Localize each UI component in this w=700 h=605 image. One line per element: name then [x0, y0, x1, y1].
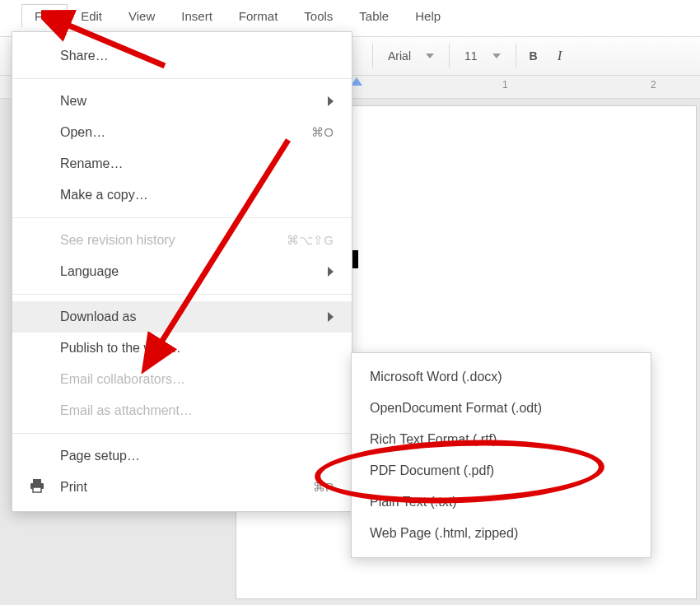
- menu-shortcut: ⌘P: [313, 480, 334, 495]
- download-odt[interactable]: OpenDocument Format (.odt): [352, 393, 651, 424]
- menu-item-label: New: [60, 94, 86, 109]
- chevron-right-icon: [328, 267, 334, 277]
- menu-format[interactable]: Format: [226, 4, 292, 28]
- print-icon: [29, 478, 45, 496]
- menu-item-label: Publish to the web…: [60, 341, 181, 356]
- menu-tools[interactable]: Tools: [291, 4, 346, 28]
- menu-item-label: Rename…: [60, 156, 123, 171]
- menu-item-make-copy[interactable]: Make a copy…: [12, 179, 352, 211]
- menu-item-label: See revision history: [60, 233, 175, 248]
- toolbar-separator: [516, 44, 516, 68]
- ruler-mark: 2: [651, 79, 656, 91]
- menu-bar: File Edit View Insert Format Tools Table…: [0, 0, 700, 31]
- toolbar-separator: [449, 44, 450, 68]
- menu-item-email-attachment: Email as attachment…: [12, 395, 352, 426]
- menu-view[interactable]: View: [115, 4, 168, 28]
- menu-item-print[interactable]: Print ⌘P: [12, 472, 352, 503]
- download-as-submenu: Microsoft Word (.docx) OpenDocument Form…: [351, 352, 651, 558]
- menu-shortcut: ⌘⌥⇧G: [287, 233, 334, 248]
- chevron-right-icon: [328, 96, 334, 106]
- menu-item-label: Language: [60, 264, 119, 279]
- menu-separator: [12, 78, 352, 79]
- bold-button[interactable]: B: [520, 37, 548, 75]
- font-name-label: Arial: [388, 49, 411, 63]
- svg-rect-1: [33, 479, 41, 483]
- text-cursor: [352, 250, 358, 268]
- toolbar-separator: [372, 44, 373, 68]
- download-pdf[interactable]: PDF Document (.pdf): [352, 455, 651, 486]
- italic-button[interactable]: I: [548, 37, 572, 75]
- menu-item-publish-web[interactable]: Publish to the web…: [12, 333, 352, 364]
- ruler-mark: 1: [502, 79, 508, 91]
- menu-help[interactable]: Help: [402, 4, 454, 28]
- chevron-down-icon: [492, 54, 501, 58]
- menu-separator: [12, 433, 352, 434]
- menu-item-label: Share…: [60, 49, 109, 63]
- download-html[interactable]: Web Page (.html, zipped): [352, 518, 651, 549]
- menu-item-download-as[interactable]: Download as: [12, 301, 352, 333]
- menu-edit[interactable]: Edit: [68, 4, 115, 28]
- menu-item-label: Download as: [60, 309, 137, 324]
- menu-item-label: Make a copy…: [60, 188, 148, 202]
- menu-item-revision-history: See revision history ⌘⌥⇧G: [12, 225, 352, 256]
- menu-item-open[interactable]: Open… ⌘O: [12, 117, 352, 148]
- menu-table[interactable]: Table: [346, 4, 402, 28]
- menu-file[interactable]: File: [21, 4, 68, 27]
- font-select[interactable]: Arial: [376, 37, 446, 75]
- chevron-down-icon: [426, 54, 434, 58]
- menu-shortcut: ⌘O: [311, 125, 334, 140]
- menu-item-label: Open…: [60, 125, 105, 140]
- menu-separator: [12, 217, 352, 218]
- download-docx[interactable]: Microsoft Word (.docx): [352, 361, 651, 393]
- menu-item-share[interactable]: Share…: [12, 40, 352, 72]
- menu-insert[interactable]: Insert: [168, 4, 226, 28]
- font-size-select[interactable]: 11: [453, 37, 512, 75]
- font-size-label: 11: [464, 49, 478, 63]
- menu-item-label: Page setup…: [60, 449, 140, 463]
- menu-item-language[interactable]: Language: [12, 256, 352, 287]
- menu-item-label: Print: [60, 480, 87, 495]
- menu-item-label: Email collaborators…: [60, 372, 185, 387]
- menu-separator: [12, 294, 352, 295]
- download-rtf[interactable]: Rich Text Format (.rtf): [352, 424, 651, 455]
- chevron-right-icon: [328, 312, 334, 322]
- ruler-indent-marker[interactable]: [351, 77, 362, 86]
- menu-item-label: Email as attachment…: [60, 403, 193, 418]
- menu-item-new[interactable]: New: [12, 86, 352, 117]
- svg-rect-2: [33, 487, 41, 492]
- menu-item-page-setup[interactable]: Page setup…: [12, 440, 352, 472]
- download-txt[interactable]: Plain Text (.txt): [352, 486, 651, 518]
- file-menu-dropdown: Share… New Open… ⌘O Rename… Make a copy……: [12, 31, 352, 512]
- menu-item-rename[interactable]: Rename…: [12, 148, 352, 179]
- menu-item-email-collaborators: Email collaborators…: [12, 364, 352, 395]
